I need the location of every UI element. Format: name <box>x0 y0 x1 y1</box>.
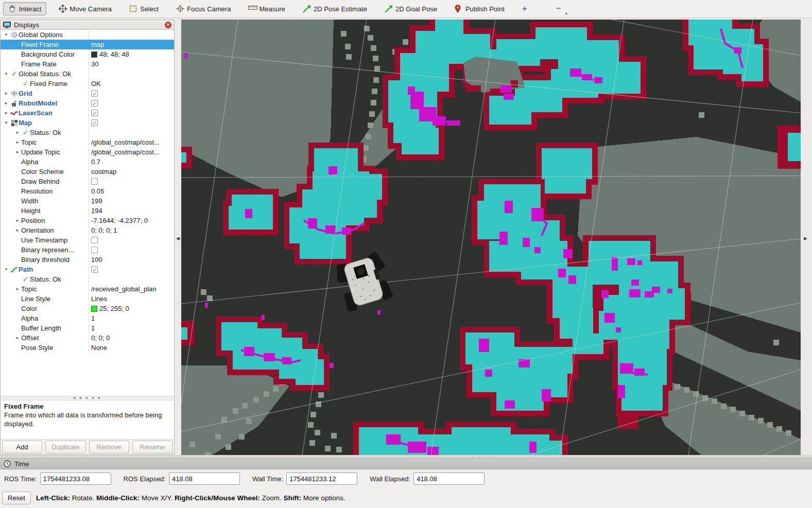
tree-row-draw-behind[interactable]: Draw Behind <box>1 177 174 186</box>
ros-elapsed-input[interactable] <box>169 472 240 485</box>
property-value[interactable]: Lines <box>89 294 174 304</box>
property-value[interactable]: ✓ <box>89 108 174 118</box>
property-value[interactable]: 30 <box>89 59 174 69</box>
expand-closed-icon[interactable]: ▸ <box>14 128 21 137</box>
reset-button[interactable]: Reset <box>2 492 31 504</box>
expand-closed-icon[interactable]: ▸ <box>3 108 10 118</box>
tree-row-grid[interactable]: ▸Grid✓ <box>1 89 174 98</box>
checkbox-checked-icon[interactable]: ✓ <box>91 110 98 116</box>
close-icon[interactable]: ✕ <box>165 22 171 28</box>
expand-open-icon[interactable]: ▾ <box>3 69 10 79</box>
property-value[interactable]: -7.1644; -4.2377; 0 <box>89 216 174 225</box>
panel-splitter[interactable]: ● ● ● ● ● <box>1 396 174 400</box>
time-panel-header[interactable]: Time <box>0 458 812 469</box>
tree-row-height[interactable]: Height194 <box>1 206 174 216</box>
tool-select[interactable]: Select <box>124 2 164 15</box>
tree-row-color-scheme[interactable]: Color Schemecostmap <box>1 167 174 177</box>
checkbox-unchecked-icon[interactable] <box>91 237 98 243</box>
tree-row-path[interactable]: ▾Path✓ <box>1 265 174 274</box>
rename-button[interactable]: Rename <box>132 441 172 453</box>
tree-row-topic[interactable]: ▸Topic/global_costmap/cost... <box>1 137 174 147</box>
property-value[interactable] <box>89 245 174 255</box>
property-value[interactable]: 194 <box>89 206 174 216</box>
property-value[interactable]: costmap <box>89 167 174 177</box>
duplicate-button[interactable]: Duplicate <box>45 441 85 453</box>
displays-panel-header[interactable]: Displays ✕ <box>1 20 174 30</box>
checkbox-unchecked-icon[interactable] <box>91 247 98 253</box>
expand-closed-icon[interactable]: ▸ <box>3 98 10 108</box>
property-value[interactable]: /global_costmap/cost... <box>89 137 174 147</box>
tree-row-map[interactable]: ▾Map✓ <box>1 118 174 128</box>
checkbox-checked-icon[interactable]: ✓ <box>91 100 98 107</box>
property-value[interactable] <box>89 235 174 245</box>
tree-row-color[interactable]: Color25; 255; 0 <box>1 304 174 313</box>
expand-open-icon[interactable]: ▾ <box>3 265 10 274</box>
tree-row-robotmodel[interactable]: ▸RobotModel✓ <box>1 98 174 108</box>
property-value[interactable]: /global_costmap/cost... <box>89 147 174 157</box>
wall-time-input[interactable] <box>286 472 357 485</box>
horizontal-splitter[interactable]: · · · · · <box>0 455 812 458</box>
property-value[interactable]: /received_global_plan <box>89 284 174 294</box>
property-value[interactable]: ✓ <box>89 118 174 128</box>
property-value[interactable] <box>89 274 174 284</box>
property-value[interactable]: OK <box>89 79 174 89</box>
expand-right-icon[interactable]: ▶ <box>804 236 807 241</box>
property-value[interactable]: ✓ <box>89 98 174 108</box>
tree-row-laserscan[interactable]: ▸LaserScan✓ <box>1 108 174 118</box>
tree-row-orientation[interactable]: ▸Orientation0; 0; 0; 1 <box>1 225 174 235</box>
tree-row-update-topic[interactable]: ▸Update Topic/global_costmap/cost... <box>1 147 174 157</box>
property-value[interactable] <box>89 69 174 79</box>
expand-open-icon[interactable]: ▾ <box>3 118 10 128</box>
property-value[interactable] <box>89 30 174 40</box>
tree-row-offset[interactable]: ▸Offset0; 0; 0 <box>1 333 174 343</box>
tree-row-binary-threshold[interactable]: Binary threshold100 <box>1 255 174 265</box>
tool-2d-goal-pose[interactable]: 2D Goal Pose <box>379 2 442 15</box>
property-value[interactable]: 25; 255; 0 <box>89 304 174 313</box>
expand-closed-icon[interactable]: ▸ <box>14 333 21 343</box>
property-value[interactable] <box>89 128 174 137</box>
tree-row-alpha[interactable]: Alpha1 <box>1 313 174 323</box>
ros-time-input[interactable] <box>40 472 111 485</box>
property-value[interactable]: map <box>89 40 174 49</box>
tree-row-resolution[interactable]: Resolution0.05 <box>1 186 174 196</box>
property-value[interactable]: 0.05 <box>89 186 174 196</box>
tree-row-width[interactable]: Width199 <box>1 196 174 206</box>
tool-2d-pose-estimate[interactable]: 2D Pose Estimate <box>298 2 372 15</box>
property-value[interactable]: 0; 0; 0 <box>89 333 174 343</box>
tree-row-status-ok[interactable]: ▸✓Status: Ok <box>1 128 174 137</box>
property-value[interactable] <box>89 177 174 186</box>
property-value[interactable]: 100 <box>89 255 174 265</box>
checkbox-checked-icon[interactable]: ✓ <box>91 266 98 273</box>
3d-viewport[interactable] <box>181 20 801 455</box>
expand-closed-icon[interactable]: ▸ <box>14 284 21 294</box>
add-button[interactable]: Add <box>2 441 42 453</box>
property-value[interactable]: 199 <box>89 196 174 206</box>
tool-publish-point[interactable]: Publish Point <box>450 2 510 15</box>
collapse-left-icon[interactable]: ◀ <box>176 236 180 241</box>
checkbox-unchecked-icon[interactable] <box>91 178 98 185</box>
tree-row-global-status-ok[interactable]: ▾✓Global Status: Ok <box>1 69 174 79</box>
tree-row-global-options[interactable]: ▾Global Options <box>1 30 174 40</box>
checkbox-checked-icon[interactable]: ✓ <box>91 119 98 126</box>
tree-row-fixed-frame[interactable]: ✓Fixed FrameOK <box>1 79 174 89</box>
tree-row-buffer-length[interactable]: Buffer Length1 <box>1 323 174 333</box>
tree-row-topic[interactable]: ▸Topic/received_global_plan <box>1 284 174 294</box>
tool-move-camera[interactable]: Move Camera <box>54 2 117 15</box>
tool-interact[interactable]: Interact <box>3 2 46 15</box>
remove-button[interactable]: Remove <box>89 441 129 453</box>
tree-row-pose-style[interactable]: Pose StyleNone <box>1 343 174 353</box>
property-value[interactable]: 0.7 <box>89 157 174 167</box>
tree-row-position[interactable]: ▸Position-7.1644; -4.2377; 0 <box>1 216 174 225</box>
add-tool-button[interactable]: + <box>517 3 532 15</box>
tree-row-fixed-frame[interactable]: Fixed Framemap <box>1 40 174 49</box>
tree-row-status-ok[interactable]: ✓Status: Ok <box>1 274 174 284</box>
property-value[interactable]: ✓ <box>89 265 174 274</box>
tool-measure[interactable]: Measure <box>243 2 290 15</box>
property-value[interactable]: 1 <box>89 323 174 333</box>
property-value[interactable]: None <box>89 343 174 353</box>
expand-closed-icon[interactable]: ▸ <box>14 225 21 235</box>
remove-tool-button[interactable]: −▾ <box>551 3 566 15</box>
property-value[interactable]: 1 <box>89 313 174 323</box>
expand-open-icon[interactable]: ▾ <box>3 30 10 40</box>
property-value[interactable]: 48; 48; 48 <box>89 49 174 59</box>
